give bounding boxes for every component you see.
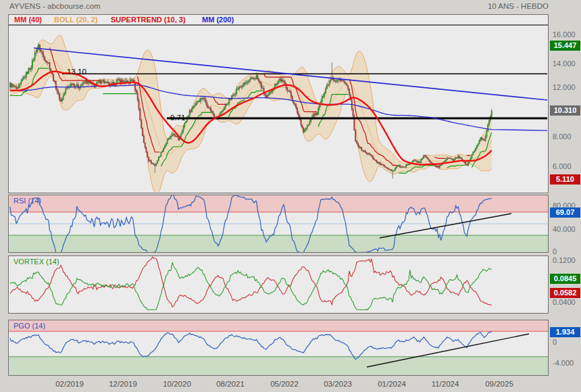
current-price-badge: 10.310: [550, 105, 580, 116]
support-line-label: 9.71: [170, 114, 185, 122]
vortex-canvas[interactable]: [9, 256, 548, 313]
price-chart-canvas[interactable]: [9, 26, 548, 193]
legend-supertrend: SUPERTREND (10, 3): [111, 15, 186, 24]
legend-bollinger: BOLL (20, 2): [54, 15, 98, 24]
vortex-panel[interactable]: [8, 255, 549, 314]
x-tick-8: 09/2025: [478, 380, 521, 388]
chart-application: AYVENS - abcbourse.com 10 ANS - HEBDO MM…: [0, 0, 581, 392]
resistance-line-label: 13.10: [67, 68, 86, 76]
timeframe-label: 10 ANS - HEBDO: [488, 2, 549, 10]
x-tick-4: 05/2022: [263, 380, 306, 388]
price-tick-16: 16.000: [553, 30, 576, 39]
x-tick-0: 02/2019: [48, 380, 91, 388]
x-tick-5: 03/2023: [316, 380, 359, 388]
rsi-canvas[interactable]: [9, 195, 548, 252]
vortex-tick-004: 0.0400: [553, 298, 576, 306]
vortex-minus-badge: 0.0582: [550, 288, 580, 298]
x-tick-3: 08/2021: [209, 380, 252, 388]
pgo-canvas[interactable]: [9, 320, 548, 375]
x-tick-1: 12/2019: [101, 380, 145, 388]
x-tick-6: 01/2024: [370, 380, 413, 388]
rsi-label: RSI (14): [14, 197, 41, 205]
indicator-legend: MM (40) BOLL (20, 2) SUPERTREND (10, 3) …: [8, 14, 549, 25]
high-price-badge: 15.447: [550, 41, 580, 51]
price-tick-14: 14.000: [553, 59, 576, 68]
x-tick-7: 11/2024: [424, 380, 467, 388]
pgo-tick-0: 0: [553, 338, 557, 346]
price-chart-panel[interactable]: [8, 25, 549, 193]
pgo-panel[interactable]: [8, 320, 549, 376]
x-tick-2: 10/2020: [155, 380, 199, 388]
rsi-tick-0: 0: [553, 247, 557, 255]
price-tick-12: 12.000: [553, 83, 576, 91]
rsi-value-badge: 69.07: [550, 207, 580, 218]
legend-mm40: MM (40): [14, 15, 42, 24]
low-price-badge: 5.110: [550, 174, 580, 185]
vortex-tick-012: 0.1200: [553, 256, 576, 264]
pgo-value-badge: 1.934: [550, 327, 580, 337]
rsi-panel[interactable]: [8, 195, 549, 253]
pgo-tick-m4: -4.000: [553, 359, 574, 367]
rsi-tick-40: 40.000: [553, 225, 576, 233]
legend-mm200: MM (200): [202, 15, 234, 24]
price-tick-6: 6.000: [553, 162, 572, 170]
vortex-plus-badge: 0.0845: [550, 274, 580, 284]
page-title: AYVENS - abcbourse.com: [9, 2, 101, 10]
vortex-label: VORTEX (14): [14, 258, 59, 266]
price-tick-8: 8.000: [553, 132, 572, 141]
pgo-label: PGO (14): [14, 322, 45, 330]
